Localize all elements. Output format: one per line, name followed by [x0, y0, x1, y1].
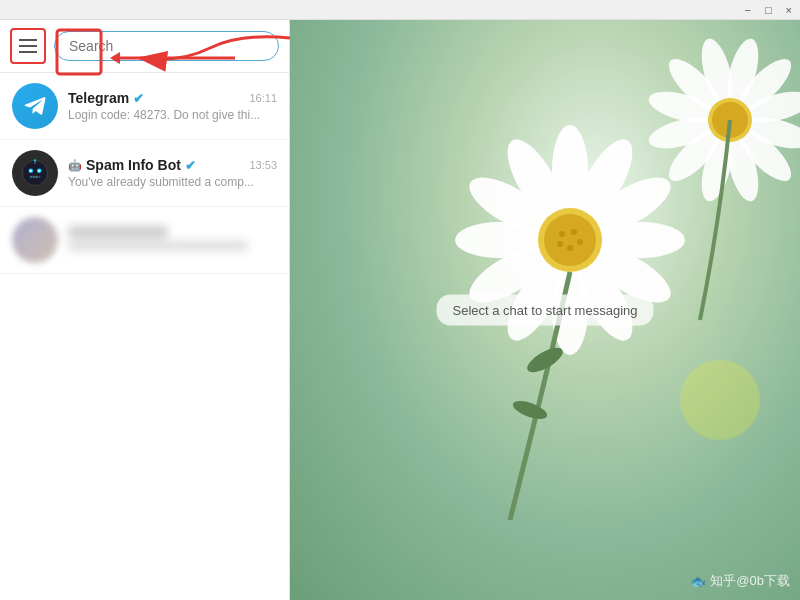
- svg-point-28: [567, 245, 573, 251]
- svg-point-10: [34, 159, 36, 161]
- main-area: Select a chat to start messaging 🐟 知乎@0b…: [290, 20, 800, 600]
- chat-preview-blurred: [68, 240, 268, 254]
- svg-point-26: [571, 229, 577, 235]
- verified-badge-bot: ✔: [185, 158, 196, 173]
- chat-info-telegram: Telegram ✔ 16:11 Login code: 48273. Do n…: [68, 90, 277, 122]
- window-chrome: − □ ×: [0, 0, 800, 20]
- svg-point-24: [544, 214, 596, 266]
- close-button[interactable]: ×: [782, 4, 796, 16]
- svg-point-3: [30, 170, 32, 172]
- search-bar: [0, 20, 289, 73]
- avatar-blurred: [12, 217, 58, 263]
- chat-time-telegram: 16:11: [249, 92, 277, 104]
- hamburger-line: [19, 45, 37, 47]
- svg-rect-7: [33, 176, 34, 177]
- svg-point-45: [511, 397, 550, 422]
- watermark: 🐟 知乎@0b下载: [690, 572, 790, 590]
- hamburger-line: [19, 51, 37, 53]
- app-container: Telegram ✔ 16:11 Login code: 48273. Do n…: [0, 20, 800, 600]
- select-chat-message: Select a chat to start messaging: [437, 295, 654, 326]
- avatar-telegram: [12, 83, 58, 129]
- menu-button[interactable]: [10, 28, 46, 64]
- svg-rect-8: [36, 176, 37, 177]
- search-input-wrap: [54, 31, 279, 61]
- svg-point-27: [577, 239, 583, 245]
- maximize-button[interactable]: □: [761, 4, 776, 16]
- chat-name-row: Telegram ✔ 16:11: [68, 90, 277, 106]
- chat-preview-telegram: Login code: 48273. Do not give thi...: [68, 108, 268, 122]
- chat-item-telegram[interactable]: Telegram ✔ 16:11 Login code: 48273. Do n…: [0, 73, 289, 140]
- verified-badge: ✔: [133, 91, 144, 106]
- chat-name-row-blurred: [68, 226, 277, 238]
- svg-point-29: [557, 241, 563, 247]
- bot-icon: 🤖: [68, 159, 82, 172]
- svg-point-4: [38, 170, 40, 172]
- chat-time-spambot: 13:53: [249, 159, 277, 171]
- avatar-spambot: [12, 150, 58, 196]
- hamburger-line: [19, 39, 37, 41]
- chat-item-blurred[interactable]: [0, 207, 289, 274]
- svg-point-46: [680, 360, 760, 440]
- svg-point-25: [559, 231, 565, 237]
- sidebar: Telegram ✔ 16:11 Login code: 48273. Do n…: [0, 20, 290, 600]
- chat-name-spambot: 🤖 Spam Info Bot ✔: [68, 157, 196, 173]
- svg-point-0: [22, 160, 47, 185]
- flower-background: Select a chat to start messaging 🐟 知乎@0b…: [290, 20, 800, 600]
- svg-rect-6: [31, 176, 32, 177]
- watermark-icon: 🐟: [690, 574, 706, 589]
- chat-name-row-spambot: 🤖 Spam Info Bot ✔ 13:53: [68, 157, 277, 173]
- chat-list: Telegram ✔ 16:11 Login code: 48273. Do n…: [0, 73, 289, 600]
- chat-info-blurred: [68, 226, 277, 254]
- chat-item-spambot[interactable]: 🤖 Spam Info Bot ✔ 13:53 You've already s…: [0, 140, 289, 207]
- chat-info-spambot: 🤖 Spam Info Bot ✔ 13:53 You've already s…: [68, 157, 277, 189]
- minimize-button[interactable]: −: [740, 4, 754, 16]
- chat-name-blurred: [68, 226, 168, 238]
- chat-name-telegram: Telegram ✔: [68, 90, 144, 106]
- search-input[interactable]: [54, 31, 279, 61]
- chat-preview-spambot: You've already submitted a comp...: [68, 175, 268, 189]
- window-controls: − □ ×: [740, 4, 796, 16]
